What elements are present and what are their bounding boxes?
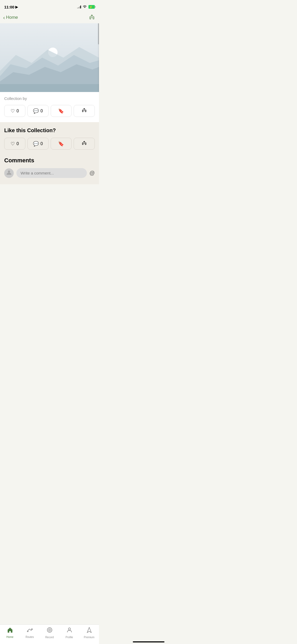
collection-by-label: Collection by — [4, 96, 95, 101]
scrollbar[interactable] — [98, 23, 99, 92]
svg-rect-10 — [82, 143, 83, 145]
status-icons: ⚡ — [77, 5, 95, 9]
svg-rect-8 — [82, 110, 83, 112]
wifi-icon — [83, 5, 87, 9]
comments-title: Comments — [4, 157, 95, 164]
like-section-action-buttons: ♡ 0 💬 0 🔖 — [4, 138, 95, 150]
share-icon — [82, 108, 87, 114]
svg-rect-9 — [85, 110, 86, 112]
like-section-share-button[interactable] — [74, 138, 95, 150]
action-buttons-row: ♡ 0 💬 0 🔖 — [4, 105, 95, 117]
like-section-comment-count: 0 — [40, 141, 43, 146]
like-section-like-count: 0 — [16, 141, 19, 146]
time-label: 11:00 — [4, 5, 14, 9]
svg-rect-0 — [90, 17, 91, 19]
bookmark-button[interactable]: 🔖 — [51, 105, 72, 117]
like-section-like-button[interactable]: ♡ 0 — [4, 138, 25, 150]
svg-rect-7 — [0, 84, 99, 92]
bookmark-icon-2: 🔖 — [58, 141, 64, 147]
heart-icon-2: ♡ — [11, 141, 15, 147]
avatar-person-icon — [6, 169, 12, 177]
like-section-bookmark-button[interactable]: 🔖 — [51, 138, 72, 150]
svg-rect-11 — [85, 143, 86, 145]
hero-image — [0, 23, 99, 92]
comment-icon: 💬 — [33, 108, 39, 114]
share-action-button[interactable] — [74, 105, 95, 117]
back-label: Home — [6, 15, 18, 20]
like-section-title: Like this Collection? — [4, 127, 95, 134]
status-bar: 11:00 ▶ ⚡ — [0, 0, 99, 12]
like-section-comment-button[interactable]: 💬 0 — [27, 138, 49, 150]
scrollbar-thumb — [98, 23, 99, 44]
share-button[interactable] — [89, 14, 95, 21]
share-icon-2 — [82, 141, 87, 147]
svg-rect-1 — [93, 17, 94, 19]
svg-point-12 — [8, 171, 10, 173]
nav-bar: ‹ Home — [0, 12, 99, 23]
at-mention-button[interactable]: @ — [89, 170, 95, 176]
comment-button[interactable]: 💬 0 — [27, 105, 49, 117]
comments-section: Comments @ — [0, 155, 99, 184]
status-time: 11:00 ▶ — [4, 5, 18, 9]
comment-input-row: @ — [4, 168, 95, 178]
comment-input[interactable] — [16, 168, 87, 178]
like-collection-section: Like this Collection? ♡ 0 💬 0 🔖 — [0, 122, 99, 155]
avatar — [4, 168, 14, 178]
bookmark-icon: 🔖 — [58, 108, 64, 114]
back-chevron-icon: ‹ — [3, 15, 5, 21]
like-button[interactable]: ♡ 0 — [4, 105, 25, 117]
location-arrow-icon: ▶ — [15, 5, 18, 9]
back-button[interactable]: ‹ Home — [3, 15, 18, 21]
comment-count: 0 — [40, 109, 43, 113]
battery-icon: ⚡ — [88, 5, 95, 9]
like-count: 0 — [16, 109, 19, 113]
heart-icon: ♡ — [11, 108, 15, 114]
signal-icon — [77, 5, 81, 8]
page-bottom-padding — [0, 184, 99, 208]
collection-section: Collection by ♡ 0 💬 0 🔖 — [0, 92, 99, 122]
comment-icon-2: 💬 — [33, 141, 39, 147]
